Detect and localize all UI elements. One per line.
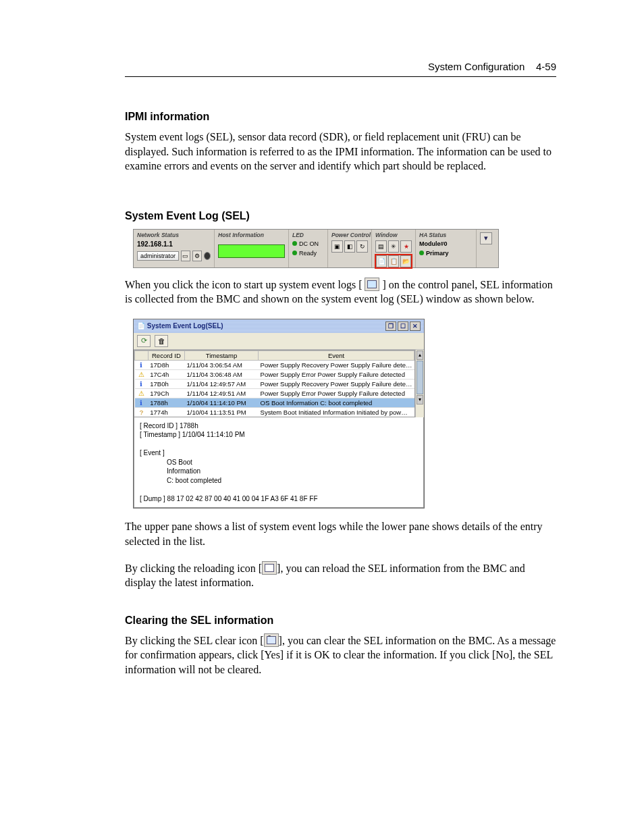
window-button-3[interactable]: ★ — [400, 240, 412, 253]
row-record-id: 17B0h — [148, 379, 184, 388]
row-record-id: 17D8h — [148, 360, 184, 369]
row-status-icon: ℹ — [135, 379, 149, 388]
power-control-panel: Power Control ▣ ◧ ↻ — [328, 230, 372, 267]
row-record-id: 1788h — [148, 398, 184, 407]
row-record-id: 17C4h — [148, 369, 184, 379]
host-green-box — [218, 244, 285, 258]
ipmi-heading: IPMI information — [125, 111, 556, 123]
sel-window-title: System Event Log(SEL) — [147, 322, 223, 330]
sel-intro-paragraph: When you click the icon to start up syst… — [125, 278, 556, 307]
col-timestamp[interactable]: Timestamp — [184, 350, 258, 360]
administrator-label: administrator — [137, 251, 179, 261]
led-label: LED — [292, 232, 324, 238]
sel-table[interactable]: Record ID Timestamp Event ℹ17D8h1/11/04 … — [134, 350, 415, 417]
col-record-id[interactable]: Record ID — [148, 350, 184, 360]
sel-reload-icon[interactable]: ⟳ — [137, 335, 151, 347]
window-panel: Window ▤ ✳ ★ 📄 📋 📂 — [372, 230, 416, 267]
row-status-icon: ⚠ — [135, 369, 149, 379]
row-event: Power Supply Recovery Power Supply Failu… — [259, 360, 414, 369]
row-timestamp: 1/11/04 3:06:48 AM — [184, 369, 258, 379]
header-pagenum: 4-59 — [536, 61, 556, 72]
sel-heading: System Event Log (SEL) — [125, 210, 556, 222]
row-event: Power Supply Recovery Power Supply Failu… — [259, 379, 414, 388]
window-button-2[interactable]: ✳ — [388, 240, 400, 253]
sel-scrollbar[interactable]: ▴ ▾ — [415, 350, 424, 417]
row-timestamp: 1/11/04 3:06:54 AM — [184, 360, 258, 369]
ipmi-paragraph: System event logs (SEL), sensor data rec… — [125, 130, 556, 174]
detail-event-line2: Information — [140, 467, 418, 476]
control-panel-strip: Network Status 192.168.1.1 administrator… — [133, 229, 499, 268]
power-control-label: Power Control — [331, 232, 368, 238]
window-button-5[interactable]: 📋 — [388, 255, 399, 267]
row-timestamp: 1/10/04 11:14:10 PM — [184, 398, 258, 407]
clearing-paragraph: By clicking the SEL clear icon [], you c… — [125, 633, 556, 677]
window-label: Window — [375, 232, 412, 238]
network-status-panel: Network Status 192.168.1.1 administrator… — [134, 230, 215, 267]
module-text: Module#0 — [419, 240, 448, 247]
sel-detail-pane: [ Record ID ] 1788h [ Timestamp ] 1/10/0… — [134, 417, 424, 509]
table-row[interactable]: ℹ17D8h1/11/04 3:06:54 AMPower Supply Rec… — [135, 360, 414, 369]
row-timestamp: 1/11/04 12:49:57 AM — [184, 379, 258, 388]
dc-on-text: DC ON — [299, 240, 319, 247]
host-information-panel: Host Information — [215, 230, 289, 267]
sel-close-button[interactable]: ✕ — [410, 321, 421, 331]
primary-text: Primary — [426, 250, 449, 257]
net-button-2[interactable]: ⚙ — [192, 251, 202, 261]
sel-window-titlebar: 📄 System Event Log(SEL) ❐ ☐ ✕ — [134, 319, 424, 333]
ha-status-label: HA Status — [419, 232, 473, 238]
row-event: Power Supply Error Power Supply Failure … — [259, 388, 414, 398]
dc-on-led-icon — [292, 241, 297, 246]
row-record-id: 179Ch — [148, 388, 184, 398]
detail-event-line1: OS Boot — [140, 458, 418, 467]
sel-max-button[interactable]: ☐ — [398, 321, 408, 331]
primary-led-icon — [419, 251, 424, 255]
net-button-3[interactable] — [204, 252, 211, 260]
ip-address: 192.168.1.1 — [137, 240, 211, 248]
row-status-icon: ? — [135, 407, 149, 417]
detail-event-label: [ Event ] — [140, 448, 165, 458]
detail-timestamp: [ Timestamp ] 1/10/04 11:14:10 PM — [140, 430, 245, 440]
host-information-label: Host Information — [218, 232, 285, 238]
window-button-6[interactable]: 📂 — [400, 255, 411, 267]
clearing-heading: Clearing the SEL information — [125, 615, 556, 627]
window-button-1[interactable]: ▤ — [375, 240, 387, 253]
clear-icon — [264, 633, 279, 647]
table-row[interactable]: ℹ17B0h1/11/04 12:49:57 AMPower Supply Re… — [135, 379, 414, 388]
power-button-2[interactable]: ◧ — [344, 240, 356, 253]
header-rule — [125, 76, 556, 77]
row-timestamp: 1/10/04 11:13:51 PM — [184, 407, 258, 417]
net-button-1[interactable]: ▭ — [181, 251, 190, 261]
table-row[interactable]: ⚠179Ch1/11/04 12:49:51 AMPower Supply Er… — [135, 388, 414, 398]
ready-text: Ready — [299, 250, 317, 257]
page: System Configuration 4-59 IPMI informati… — [0, 0, 644, 834]
close-panel: ▾ — [477, 230, 495, 267]
detail-record-id: [ Record ID ] 1788h — [140, 421, 198, 431]
sel-toolbar: ⟳ 🗑 — [134, 333, 424, 350]
ha-status-panel: HA Status Module#0 Primary — [416, 230, 477, 267]
row-status-icon: ⚠ — [135, 388, 149, 398]
row-status-icon: ℹ — [135, 360, 149, 369]
led-panel: LED DC ON Ready — [289, 230, 328, 267]
row-timestamp: 1/11/04 12:49:51 AM — [184, 388, 258, 398]
detail-event-line3: C: boot completed — [140, 476, 418, 486]
header-title: System Configuration — [428, 61, 525, 72]
row-event: OS Boot Information C: boot completed — [259, 398, 414, 407]
sel-restore-button[interactable]: ❐ — [385, 321, 396, 331]
ready-led-icon — [292, 251, 297, 255]
table-row[interactable]: ℹ1788h1/10/04 11:14:10 PMOS Boot Informa… — [135, 398, 414, 407]
row-status-icon: ℹ — [135, 398, 149, 407]
table-row[interactable]: ⚠17C4h1/11/04 3:06:48 AMPower Supply Err… — [135, 369, 414, 379]
sel-clear-icon[interactable]: 🗑 — [155, 335, 168, 347]
reload-icon — [262, 561, 277, 575]
power-button-1[interactable]: ▣ — [331, 240, 343, 253]
reload-paragraph: By clicking the reloading icon [], you c… — [125, 561, 556, 590]
row-event: System Boot Initiated Information Initia… — [259, 407, 414, 417]
col-event[interactable]: Event — [259, 350, 414, 360]
sel-launch-button[interactable]: 📄 — [376, 255, 387, 267]
close-button[interactable]: ▾ — [480, 232, 492, 244]
sel-panes-paragraph: The upper pane shows a list of system ev… — [125, 519, 556, 548]
table-row[interactable]: ?1774h1/10/04 11:13:51 PMSystem Boot Ini… — [135, 407, 414, 417]
row-event: Power Supply Error Power Supply Failure … — [259, 369, 414, 379]
network-status-label: Network Status — [137, 232, 211, 238]
power-button-3[interactable]: ↻ — [356, 240, 368, 253]
